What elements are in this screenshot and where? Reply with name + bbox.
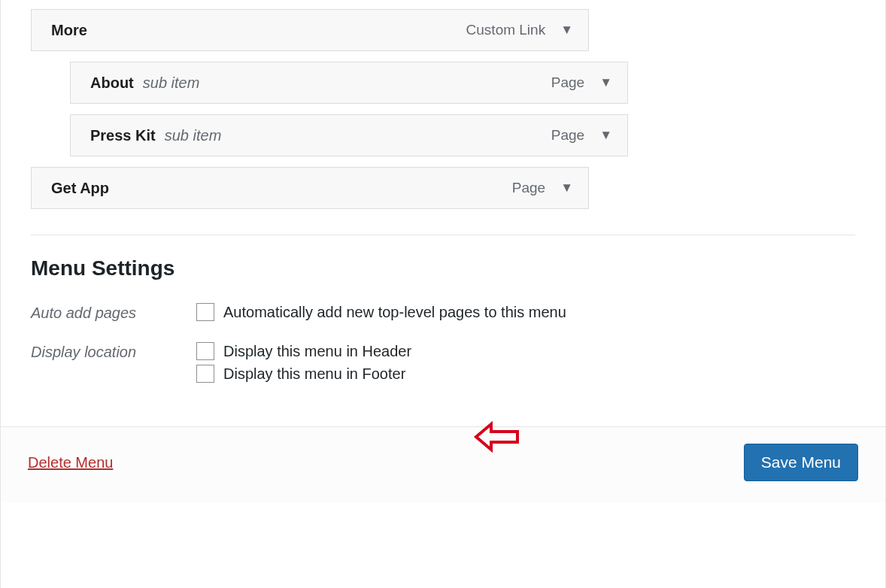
display-header-checkbox[interactable] [196, 342, 214, 360]
save-menu-button[interactable]: Save Menu [744, 444, 858, 481]
menu-item-more[interactable]: More Custom Link ▼ [31, 9, 589, 51]
display-header-checkbox-label: Display this menu in Header [223, 343, 411, 360]
menu-item-title: Press Kit [90, 127, 156, 144]
menu-item-title: Get App [51, 180, 109, 197]
caret-down-icon[interactable]: ▼ [560, 23, 573, 38]
display-footer-checkbox-label: Display this menu in Footer [223, 365, 405, 383]
menu-item-title: About [90, 74, 134, 92]
menu-items-list: More Custom Link ▼ About sub item Page ▼ [1, 0, 885, 209]
menu-item-type: Page [551, 127, 584, 144]
menu-item-type: Page [512, 180, 545, 196]
settings-heading: Menu Settings [31, 256, 855, 280]
display-location-label: Display location [31, 342, 196, 361]
footer-bar: Delete Menu Save Menu [1, 426, 885, 502]
menu-item-title: More [51, 22, 87, 39]
menu-item-get-app[interactable]: Get App Page ▼ [31, 167, 589, 209]
menu-item-about[interactable]: About sub item Page ▼ [70, 62, 628, 104]
menu-item-press-kit[interactable]: Press Kit sub item Page ▼ [70, 114, 628, 156]
caret-down-icon[interactable]: ▼ [560, 180, 573, 195]
menu-item-type: Custom Link [466, 22, 546, 38]
caret-down-icon[interactable]: ▼ [599, 128, 612, 143]
auto-add-pages-row: Auto add pages Automatically add new top… [31, 303, 855, 326]
menu-item-type: Page [551, 74, 584, 91]
auto-add-pages-checkbox[interactable] [196, 303, 214, 321]
menu-item-subtitle: sub item [143, 74, 200, 92]
delete-menu-link[interactable]: Delete Menu [28, 454, 113, 471]
auto-add-pages-label: Auto add pages [31, 303, 196, 322]
caret-down-icon[interactable]: ▼ [599, 75, 612, 90]
menu-item-subtitle: sub item [165, 127, 222, 144]
auto-add-pages-checkbox-label: Automatically add new top-level pages to… [223, 304, 566, 321]
menu-settings-section: Menu Settings Auto add pages Automatical… [1, 235, 885, 426]
display-location-row: Display location Display this menu in He… [31, 342, 855, 387]
display-footer-checkbox[interactable] [196, 365, 214, 383]
